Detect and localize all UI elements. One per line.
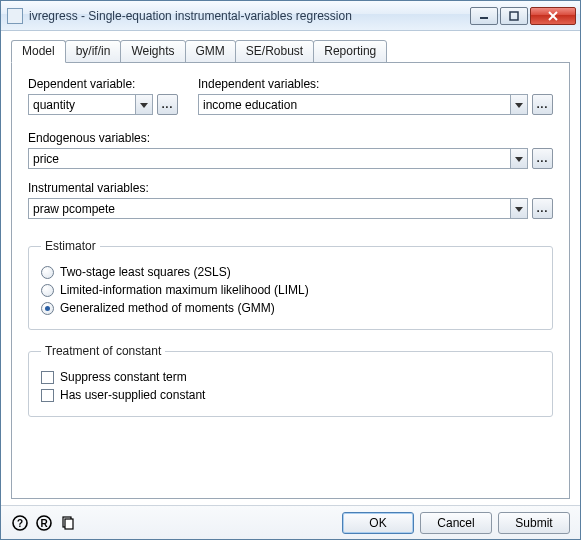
window-controls bbox=[470, 7, 576, 25]
dropdown-arrow-icon[interactable] bbox=[510, 95, 527, 114]
radio-icon bbox=[41, 266, 54, 279]
depvar-combo[interactable]: quantity bbox=[28, 94, 153, 115]
estimator-label-2: Generalized method of moments (GMM) bbox=[60, 301, 275, 315]
copy-icon[interactable] bbox=[59, 514, 77, 532]
tab-page-model: Dependent variable: quantity ... Indepen… bbox=[11, 62, 570, 499]
help-icon[interactable]: ? bbox=[11, 514, 29, 532]
constant-label-0: Suppress constant term bbox=[60, 370, 187, 384]
titlebar: ivregress - Single-equation instrumental… bbox=[1, 1, 580, 31]
svg-rect-13 bbox=[65, 519, 73, 529]
checkbox-icon bbox=[41, 371, 54, 384]
endog-value: price bbox=[29, 152, 510, 166]
window-title: ivregress - Single-equation instrumental… bbox=[29, 9, 470, 23]
estimator-legend: Estimator bbox=[41, 239, 100, 253]
svg-marker-5 bbox=[515, 103, 523, 108]
checkbox-icon bbox=[41, 389, 54, 402]
endog-combo[interactable]: price bbox=[28, 148, 528, 169]
indepvars-combo[interactable]: income education bbox=[198, 94, 528, 115]
minimize-button[interactable] bbox=[470, 7, 498, 25]
dropdown-arrow-icon[interactable] bbox=[510, 199, 527, 218]
footer-bar: ? R OK Cancel Submit bbox=[1, 505, 580, 539]
estimator-group: Estimator Two-stage least squares (2SLS)… bbox=[28, 239, 553, 330]
constant-option-user[interactable]: Has user-supplied constant bbox=[41, 388, 540, 402]
constant-group: Treatment of constant Suppress constant … bbox=[28, 344, 553, 417]
content-area: Model by/if/in Weights GMM SE/Robust Rep… bbox=[1, 31, 580, 505]
svg-text:R: R bbox=[40, 518, 48, 529]
close-button[interactable] bbox=[530, 7, 576, 25]
constant-legend: Treatment of constant bbox=[41, 344, 165, 358]
svg-rect-1 bbox=[510, 12, 518, 20]
dropdown-arrow-icon[interactable] bbox=[510, 149, 527, 168]
tab-by-if-in[interactable]: by/if/in bbox=[65, 40, 122, 63]
indepvars-value: income education bbox=[199, 98, 510, 112]
estimator-option-2sls[interactable]: Two-stage least squares (2SLS) bbox=[41, 265, 540, 279]
indepvars-browse-button[interactable]: ... bbox=[532, 94, 553, 115]
depvar-browse-button[interactable]: ... bbox=[157, 94, 178, 115]
svg-marker-7 bbox=[515, 207, 523, 212]
tab-gmm[interactable]: GMM bbox=[185, 40, 236, 63]
depvar-value: quantity bbox=[29, 98, 135, 112]
radio-icon bbox=[41, 284, 54, 297]
dropdown-arrow-icon[interactable] bbox=[135, 95, 152, 114]
instr-value: praw pcompete bbox=[29, 202, 510, 216]
tab-weights[interactable]: Weights bbox=[120, 40, 185, 63]
estimator-option-liml[interactable]: Limited-information maximum likelihood (… bbox=[41, 283, 540, 297]
instr-label: Instrumental variables: bbox=[28, 181, 553, 195]
radio-icon bbox=[41, 302, 54, 315]
endog-label: Endogenous variables: bbox=[28, 131, 553, 145]
submit-button[interactable]: Submit bbox=[498, 512, 570, 534]
svg-marker-6 bbox=[515, 157, 523, 162]
depvar-label: Dependent variable: bbox=[28, 77, 178, 91]
ok-button[interactable]: OK bbox=[342, 512, 414, 534]
svg-marker-4 bbox=[140, 103, 148, 108]
tab-model[interactable]: Model bbox=[11, 40, 66, 63]
app-icon bbox=[7, 8, 23, 24]
estimator-label-1: Limited-information maximum likelihood (… bbox=[60, 283, 309, 297]
indepvars-label: Independent variables: bbox=[198, 77, 553, 91]
tabstrip: Model by/if/in Weights GMM SE/Robust Rep… bbox=[11, 40, 570, 63]
constant-option-suppress[interactable]: Suppress constant term bbox=[41, 370, 540, 384]
cancel-button[interactable]: Cancel bbox=[420, 512, 492, 534]
tab-reporting[interactable]: Reporting bbox=[313, 40, 387, 63]
reset-icon[interactable]: R bbox=[35, 514, 53, 532]
endog-browse-button[interactable]: ... bbox=[532, 148, 553, 169]
constant-label-1: Has user-supplied constant bbox=[60, 388, 205, 402]
dialog-window: ivregress - Single-equation instrumental… bbox=[0, 0, 581, 540]
estimator-label-0: Two-stage least squares (2SLS) bbox=[60, 265, 231, 279]
estimator-option-gmm[interactable]: Generalized method of moments (GMM) bbox=[41, 301, 540, 315]
maximize-button[interactable] bbox=[500, 7, 528, 25]
tab-se-robust[interactable]: SE/Robust bbox=[235, 40, 314, 63]
svg-text:?: ? bbox=[17, 518, 23, 529]
instr-browse-button[interactable]: ... bbox=[532, 198, 553, 219]
instr-combo[interactable]: praw pcompete bbox=[28, 198, 528, 219]
